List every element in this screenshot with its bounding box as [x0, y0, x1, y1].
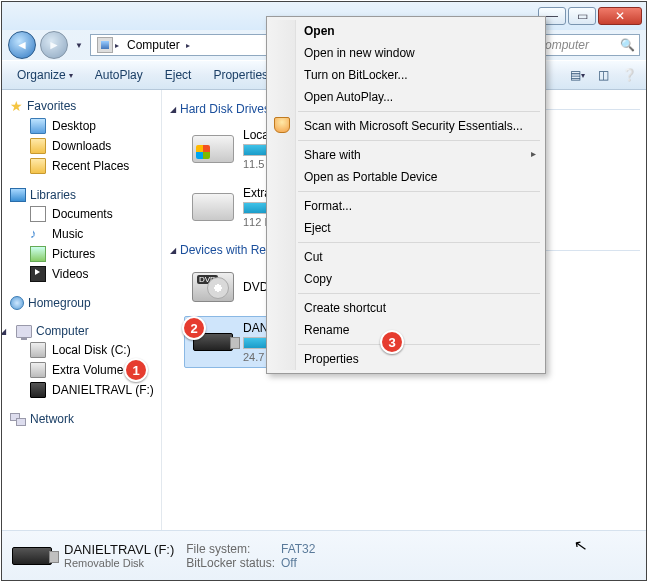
- expand-icon[interactable]: ◢: [2, 327, 6, 336]
- sidebar-item-documents[interactable]: Documents: [2, 204, 161, 224]
- ctx-rename[interactable]: Rename: [298, 319, 542, 341]
- sidebar-item-videos[interactable]: Videos: [2, 264, 161, 284]
- hdd-icon: [192, 193, 234, 221]
- ctx-autoplay[interactable]: Open AutoPlay...: [298, 86, 542, 108]
- eject-button[interactable]: Eject: [156, 64, 201, 86]
- ctx-open[interactable]: Open: [298, 20, 542, 42]
- maximize-button[interactable]: ▭: [568, 7, 596, 25]
- ctx-bitlocker[interactable]: Turn on BitLocker...: [298, 64, 542, 86]
- network-header[interactable]: Network: [2, 410, 161, 428]
- navigation-pane: ★Favorites Desktop Downloads Recent Plac…: [2, 90, 162, 530]
- libraries-header[interactable]: Libraries: [2, 186, 161, 204]
- breadcrumb-computer[interactable]: Computer▸: [123, 35, 194, 55]
- sidebar-item-pictures[interactable]: Pictures: [2, 244, 161, 264]
- annotation-badge-2: 2: [182, 316, 206, 340]
- details-pane: DANIELTRAVL (F:) Removable Disk File sys…: [2, 530, 646, 580]
- ctx-eject[interactable]: Eject: [298, 217, 542, 239]
- annotation-badge-1: 1: [124, 358, 148, 382]
- search-icon: 🔍: [620, 38, 635, 52]
- dvd-icon: DVD: [192, 272, 234, 302]
- details-title: DANIELTRAVL (F:): [64, 542, 174, 557]
- computer-header[interactable]: ◢ Computer: [2, 322, 161, 340]
- organize-menu[interactable]: Organize▾: [8, 64, 82, 86]
- music-icon: ♪: [30, 226, 46, 242]
- sidebar-item-local-disk-c[interactable]: Local Disk (C:): [2, 340, 161, 360]
- ctx-open-new-window[interactable]: Open in new window: [298, 42, 542, 64]
- ctx-share-with[interactable]: Share with: [298, 144, 542, 166]
- breadcrumb-label: Computer: [127, 38, 180, 52]
- computer-icon: [97, 37, 113, 53]
- hdd-icon: [192, 135, 234, 163]
- details-subtitle: Removable Disk: [64, 557, 174, 569]
- annotation-badge-3: 3: [380, 330, 404, 354]
- network-icon: [10, 413, 26, 426]
- ctx-scan-mse[interactable]: Scan with Microsoft Security Essentials.…: [298, 115, 542, 137]
- details-properties: File system:FAT32 BitLocker status:Off: [186, 542, 315, 570]
- sidebar-item-danieltravl-f[interactable]: DANIELTRAVL (F:): [2, 380, 161, 400]
- usb-drive-icon: [12, 547, 52, 565]
- document-icon: [30, 206, 46, 222]
- folder-icon: [30, 158, 46, 174]
- ctx-properties[interactable]: Properties: [298, 348, 542, 370]
- homegroup-header[interactable]: Homegroup: [2, 294, 161, 312]
- disk-icon: [30, 362, 46, 378]
- folder-icon: [30, 138, 46, 154]
- libraries-icon: [10, 188, 26, 202]
- view-options-button[interactable]: ▤ ▾: [566, 64, 588, 86]
- computer-icon: [16, 325, 32, 338]
- ctx-cut[interactable]: Cut: [298, 246, 542, 268]
- ctx-format[interactable]: Format...: [298, 195, 542, 217]
- folder-icon: [30, 118, 46, 134]
- shield-icon: [274, 117, 290, 133]
- nav-history-dropdown[interactable]: ▼: [72, 34, 86, 56]
- ctx-create-shortcut[interactable]: Create shortcut: [298, 297, 542, 319]
- autoplay-button[interactable]: AutoPlay: [86, 64, 152, 86]
- ctx-portable-device[interactable]: Open as Portable Device: [298, 166, 542, 188]
- favorites-header[interactable]: ★Favorites: [2, 96, 161, 116]
- homegroup-icon: [10, 296, 24, 310]
- breadcrumb-root[interactable]: ▸: [93, 35, 123, 55]
- help-button[interactable]: ❔: [618, 64, 640, 86]
- disk-icon: [30, 342, 46, 358]
- pictures-icon: [30, 246, 46, 262]
- usb-icon: [30, 382, 46, 398]
- star-icon: ★: [10, 98, 23, 114]
- close-button[interactable]: ✕: [598, 7, 642, 25]
- nav-back-button[interactable]: ◄: [8, 31, 36, 59]
- nav-forward-button[interactable]: ►: [40, 31, 68, 59]
- sidebar-item-music[interactable]: ♪Music: [2, 224, 161, 244]
- sidebar-item-downloads[interactable]: Downloads: [2, 136, 161, 156]
- videos-icon: [30, 266, 46, 282]
- context-menu: Open Open in new window Turn on BitLocke…: [266, 16, 546, 374]
- ctx-copy[interactable]: Copy: [298, 268, 542, 290]
- sidebar-item-desktop[interactable]: Desktop: [2, 116, 161, 136]
- preview-pane-button[interactable]: ◫: [592, 64, 614, 86]
- sidebar-item-recent[interactable]: Recent Places: [2, 156, 161, 176]
